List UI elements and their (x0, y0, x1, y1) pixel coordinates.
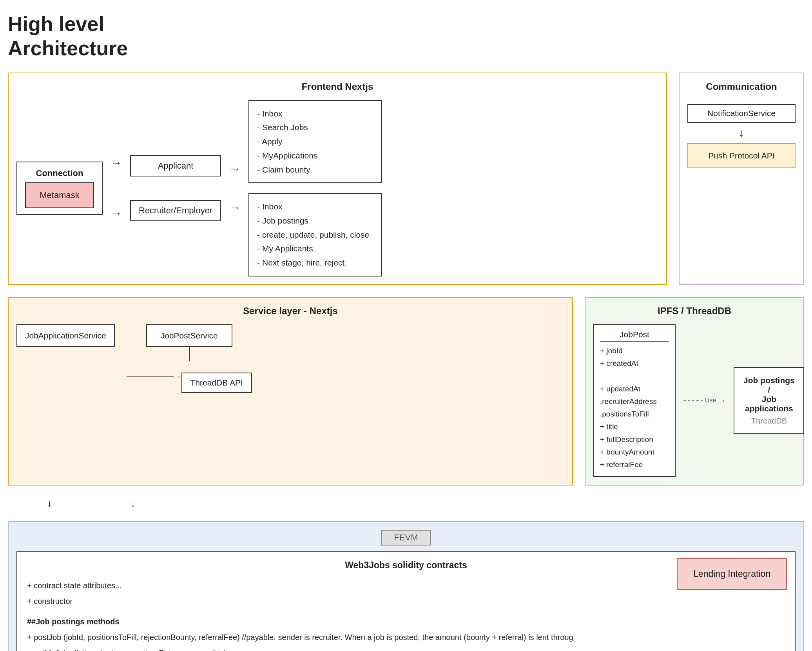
use-arrow-group: Use → (683, 396, 726, 405)
fevm-wrapper: FEVM Web3Jobs solidity contracts Lending… (8, 521, 804, 651)
push-protocol-api-box: Push Protocol API (687, 143, 796, 168)
recruiter-box: Recruiter/Employer (130, 200, 221, 221)
notification-service-box: NotificationService (687, 104, 796, 123)
lending-label: Lending Integration (693, 569, 770, 579)
service-layer-title: Service layer - Nextjs (16, 305, 564, 316)
web3jobs-title: Web3Jobs solidity contracts (27, 560, 785, 571)
job-postings-box: Job postings / Job applications ThreadDB (734, 367, 804, 434)
arrow-to-recruiter: → (111, 207, 122, 220)
metamask-box: Metamask (25, 182, 94, 208)
content-line3: ##Job postings methods (27, 614, 785, 629)
frontend-title: Frontend Nextjs (16, 81, 658, 92)
job-postings-label: Job postings / Job applications (742, 376, 796, 413)
fevm-label: FEVM (381, 530, 430, 546)
frontend-nextjs-box: Frontend Nextjs Connection Metamask → → … (8, 73, 667, 285)
threaddb-api-box: ThreadDB API (181, 373, 252, 393)
connection-title: Connection (25, 168, 94, 178)
jobpost-title: JobPost (600, 330, 669, 342)
content-line5: + getMyJobs () //sender is a recruiter. … (27, 645, 785, 651)
content-line1: + contract state attributes... (27, 578, 785, 593)
web3jobs-content: + contract state attributes... + constru… (27, 578, 785, 651)
content-line4: + postJob (jobId, positionsToFill, rejec… (27, 629, 785, 645)
arrow-to-threaddb: → (174, 372, 181, 381)
web3jobs-box: Web3Jobs solidity contracts Lending Inte… (16, 551, 796, 651)
recruiter-features: - Inbox - Job postings - create, update,… (248, 193, 382, 276)
ipfs-threaddb-box: IPFS / ThreadDB JobPost + jobId + create… (585, 297, 804, 486)
arrow-down-right: ↓ (130, 497, 136, 509)
fevm-label-wrapper: FEVM (16, 530, 796, 546)
arrow-to-applicant: → (111, 156, 122, 169)
arrow-to-applicant-features: → (229, 162, 241, 175)
lending-integration-box: Lending Integration (677, 558, 787, 590)
content-line2: + constructor (27, 593, 785, 609)
jobpost-class-box: JobPost + jobId + createdAt + updatedAt … (593, 324, 676, 477)
page-title: High level Architecture (8, 12, 804, 61)
job-app-service-box: JobApplicationService (16, 324, 115, 347)
down-arrows-group: ↓ ↓ (8, 497, 804, 509)
communication-box: Communication NotificationService ↓ Push… (679, 73, 804, 285)
arrow-to-recruiter-features: → (229, 201, 241, 214)
arrow-down-left: ↓ (47, 497, 52, 509)
threaddb-label: ThreadDB (742, 416, 796, 426)
use-label: Use (705, 397, 716, 404)
applicant-features: - Inbox - Search Jobs - Apply - MyApplic… (248, 100, 382, 183)
ipfs-title: IPFS / ThreadDB (593, 305, 796, 316)
communication-title: Communication (687, 81, 796, 92)
connection-box: Connection Metamask (16, 162, 103, 215)
job-app-service-col: JobApplicationService (16, 324, 115, 347)
service-layer-box: Service layer - Nextjs JobApplicationSer… (8, 297, 573, 486)
job-post-service-box: JobPostService (146, 324, 232, 347)
applicant-box: Applicant (130, 155, 221, 176)
comm-arrow-down: ↓ (687, 127, 796, 139)
ipfs-fields: + jobId + createdAt + updatedAt .recruit… (600, 345, 669, 471)
